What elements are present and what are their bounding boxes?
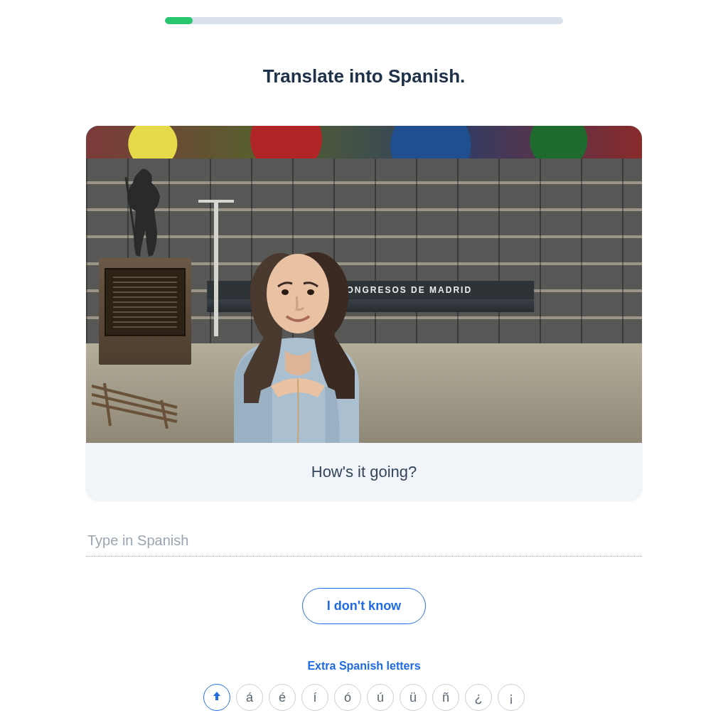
svg-point-7 — [282, 289, 289, 295]
svg-point-8 — [307, 289, 314, 295]
park-bench — [92, 379, 191, 429]
answer-input[interactable] — [86, 528, 642, 557]
exercise-card: PALACIO DE CONGRESOS DE MADRID — [86, 126, 642, 501]
letter-button-2[interactable]: í — [301, 684, 328, 711]
answer-area — [86, 528, 642, 557]
letter-button-4[interactable]: ú — [367, 684, 394, 711]
speaker-woman — [191, 208, 412, 443]
letter-button-1[interactable]: é — [269, 684, 296, 711]
statue-figure — [124, 167, 167, 258]
letter-button-5[interactable]: ü — [400, 684, 427, 711]
letter-button-0[interactable]: á — [236, 684, 263, 711]
mural-art — [86, 126, 642, 159]
skip-button[interactable]: I don't know — [302, 588, 426, 624]
letter-button-7[interactable]: ¿ — [465, 684, 492, 711]
letter-button-3[interactable]: ó — [334, 684, 361, 711]
letter-button-8[interactable]: ¡ — [498, 684, 525, 711]
letter-button-6[interactable]: ñ — [432, 684, 459, 711]
prompt-text: How's it going? — [86, 443, 642, 501]
progress-fill — [165, 17, 193, 24]
statue-plaque — [105, 268, 186, 336]
extra-letters-label: Extra Spanish letters — [0, 660, 728, 673]
exercise-photo: PALACIO DE CONGRESOS DE MADRID — [86, 126, 642, 443]
arrow-up-icon — [211, 690, 223, 705]
extra-letters-row: á é í ó ú ü ñ ¿ ¡ — [0, 684, 728, 711]
progress-bar — [165, 17, 563, 24]
letter-case-toggle[interactable] — [203, 684, 230, 711]
exercise-title: Translate into Spanish. — [0, 65, 728, 87]
progress-wrap — [0, 0, 728, 24]
